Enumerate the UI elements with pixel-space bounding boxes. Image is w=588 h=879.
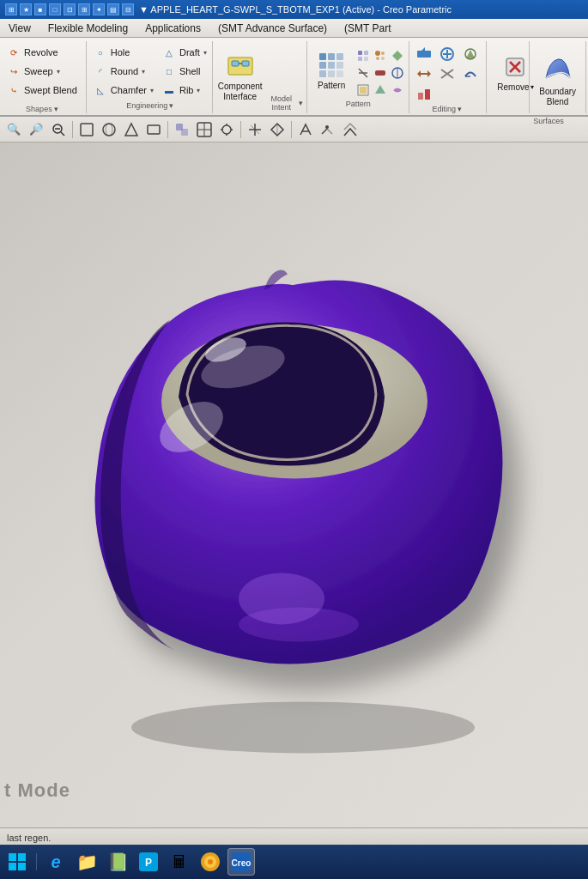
pattern-cell-3[interactable] <box>390 48 405 64</box>
rib-button[interactable]: ▬ Rib ▾ <box>159 81 210 100</box>
svg-text:Creo: Creo <box>232 858 252 868</box>
boundary-blend-label: Boundary Blend <box>538 87 577 107</box>
svg-line-72 <box>327 129 332 134</box>
viewport[interactable]: t Mode <box>0 142 588 827</box>
model-intent-arrow[interactable]: ▾ <box>299 99 303 107</box>
edit-btn-7[interactable] <box>413 84 435 103</box>
shapes-arrow[interactable]: ▾ <box>54 105 58 113</box>
pattern-cell-6[interactable] <box>390 65 405 81</box>
menu-smt-part[interactable]: (SMT Part <box>336 19 399 37</box>
svg-rect-9 <box>336 62 343 69</box>
taskbar-creo[interactable]: Creo <box>227 848 255 876</box>
svg-rect-13 <box>358 51 362 55</box>
round-button[interactable]: ◜ Round ▾ <box>90 62 157 81</box>
ribbon: ⟳ Revolve ↪ Sweep ▾ ⤷ Swept Blend Shapes… <box>0 38 588 117</box>
engineering-group: ○ Hole ◜ Round ▾ ◺ Chamfer ▾ <box>87 41 213 113</box>
view-btn-11[interactable] <box>318 119 338 140</box>
menu-applications[interactable]: Applications <box>136 19 209 37</box>
taskbar-explorer[interactable]: 📁 <box>73 848 100 876</box>
model-area: t Mode <box>0 142 588 827</box>
pattern-row3 <box>355 82 405 98</box>
view-btn-9[interactable] <box>267 119 288 140</box>
remove-label: Remove <box>497 82 529 92</box>
svg-point-51 <box>103 124 115 136</box>
pattern-button[interactable]: Pattern <box>311 47 352 95</box>
menu-view[interactable]: View <box>0 19 39 37</box>
view-btn-8[interactable] <box>245 119 265 140</box>
chamfer-label: Chamfer <box>111 85 147 95</box>
zoom-fit-button[interactable]: 🔍 <box>3 119 24 140</box>
view-box-button[interactable] <box>76 119 97 140</box>
swept-blend-button[interactable]: ⤷ Swept Blend <box>3 81 81 100</box>
view-btn-7[interactable] <box>216 119 237 140</box>
tb2-sep-3 <box>240 121 241 138</box>
pattern-cell-7[interactable] <box>355 82 371 98</box>
svg-rect-1 <box>232 61 239 66</box>
edit-btn-1[interactable] <box>413 45 435 64</box>
tb2-sep-4 <box>291 121 292 138</box>
sweep-button[interactable]: ↪ Sweep ▾ <box>3 62 81 81</box>
svg-rect-6 <box>336 53 343 60</box>
pattern-cell-5[interactable] <box>373 65 388 81</box>
zoom-in-button[interactable]: 🔎 <box>26 119 46 140</box>
menu-flexible-modeling[interactable]: Flexible Modeling <box>39 19 136 37</box>
svg-rect-56 <box>181 129 188 136</box>
view-rect-button[interactable] <box>143 119 164 140</box>
taskbar-edge[interactable]: e <box>42 848 70 876</box>
shell-button[interactable]: □ Shell <box>159 62 210 81</box>
pattern-cell-1[interactable] <box>355 48 371 64</box>
pattern-group-label: Pattern <box>311 100 405 108</box>
taskbar-notes[interactable]: 📗 <box>104 848 131 876</box>
chamfer-button[interactable]: ◺ Chamfer ▾ <box>90 81 157 100</box>
edit-btn-6[interactable] <box>459 64 482 83</box>
component-interface-button[interactable]: ComponentInterface <box>216 45 264 110</box>
edit-btn-2[interactable] <box>436 45 458 64</box>
pattern-extras <box>355 45 405 98</box>
view-btn-10[interactable] <box>295 119 316 140</box>
view-btn-12[interactable] <box>340 119 361 140</box>
title-icon-9: ⊟ <box>122 3 134 15</box>
editing-arrow[interactable]: ▾ <box>458 105 462 113</box>
zoom-out-button[interactable] <box>48 119 69 140</box>
shapes-label: Shapes ▾ <box>3 105 81 113</box>
menu-smt-surface[interactable]: (SMT Advance Surface) <box>209 19 336 37</box>
shapes-buttons: ⟳ Revolve ↪ Sweep ▾ ⤷ Swept Blend <box>3 41 81 103</box>
view-btn-6[interactable] <box>194 119 215 140</box>
revolve-button[interactable]: ⟳ Revolve <box>3 43 81 62</box>
taskbar-app2[interactable] <box>197 848 224 876</box>
svg-rect-84 <box>18 863 26 870</box>
shell-icon: □ <box>162 64 176 78</box>
edit-btn-4[interactable] <box>413 64 435 83</box>
engineering-arrow[interactable]: ▾ <box>169 101 173 110</box>
round-label: Round <box>111 66 138 76</box>
pattern-cell-9[interactable] <box>390 82 405 98</box>
round-arrow: ▾ <box>142 68 145 76</box>
pattern-row: Pattern <box>311 43 405 98</box>
view-btn-5[interactable] <box>172 119 192 140</box>
svg-text:P: P <box>145 857 152 869</box>
view-triangle-button[interactable] <box>121 119 142 140</box>
round-icon: ◜ <box>94 64 107 78</box>
svg-rect-10 <box>319 70 326 77</box>
engineering-col1: ○ Hole ◜ Round ▾ ◺ Chamfer ▾ <box>90 41 157 100</box>
taskbar-windows[interactable] <box>3 848 31 876</box>
view-sphere-button[interactable] <box>99 119 119 140</box>
draft-button[interactable]: △ Draft ▾ <box>159 43 210 62</box>
boundary-blend-button[interactable]: Boundary Blend <box>533 48 582 113</box>
hole-button[interactable]: ○ Hole <box>90 43 157 62</box>
svg-rect-5 <box>328 53 335 60</box>
part-mode-label: t Mode <box>0 779 70 802</box>
edit-btn-3[interactable] <box>459 45 482 64</box>
taskbar-calculator[interactable]: 🖩 <box>166 848 193 876</box>
edit-btn-5[interactable] <box>436 64 458 83</box>
title-icon-4: □ <box>49 3 61 15</box>
pattern-cell-8[interactable] <box>373 82 388 98</box>
taskbar-app1[interactable]: P <box>135 848 162 876</box>
pattern-cell-4[interactable] <box>355 65 371 81</box>
3d-model-svg <box>45 229 543 761</box>
svg-rect-29 <box>417 51 431 58</box>
title-icon-7: ✦ <box>93 3 105 15</box>
pattern-cell-2[interactable] <box>373 48 388 64</box>
rib-label: Rib <box>179 85 194 95</box>
taskbar: e 📁 📗 P 🖩 Creo <box>0 845 588 879</box>
